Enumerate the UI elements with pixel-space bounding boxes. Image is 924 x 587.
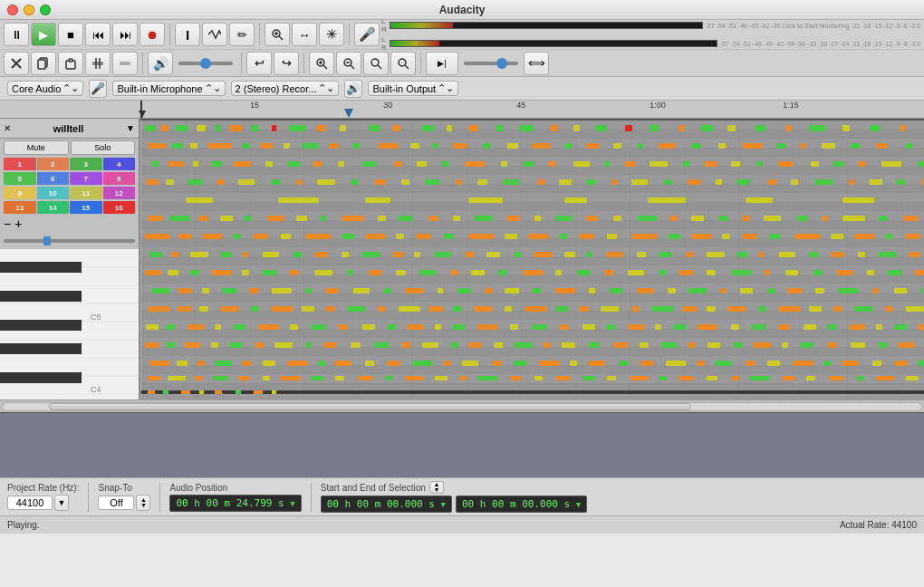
svg-rect-419 xyxy=(494,342,503,348)
project-rate-dropdown[interactable]: ▼ xyxy=(54,495,69,511)
maximize-button[interactable] xyxy=(40,5,51,15)
svg-rect-469 xyxy=(918,361,924,366)
svg-rect-114 xyxy=(876,143,887,149)
snap-to-value[interactable]: Off xyxy=(98,496,134,510)
piano-roll-area[interactable] xyxy=(140,119,924,399)
channel-16-btn[interactable]: 16 xyxy=(103,201,136,214)
timeshift-button[interactable]: ↔ xyxy=(292,23,317,46)
redo-button[interactable]: ↪ xyxy=(274,52,299,75)
skip-end-button[interactable]: ⏭ xyxy=(112,23,138,46)
svg-rect-63 xyxy=(340,125,346,131)
track-menu-arrow[interactable]: ▼ xyxy=(126,123,135,133)
track-close-button[interactable]: ✕ xyxy=(4,123,11,133)
zoom-out-tool[interactable] xyxy=(336,52,361,75)
actual-rate-display: Actual Rate: 44100 xyxy=(840,520,917,530)
paste-button[interactable] xyxy=(58,52,83,75)
channel-13-btn[interactable]: 13 xyxy=(4,201,36,214)
channel-15-btn[interactable]: 15 xyxy=(70,201,102,214)
svg-rect-459 xyxy=(666,361,686,366)
mute-button[interactable]: Mute xyxy=(4,140,69,155)
cut-button[interactable] xyxy=(4,52,29,75)
channel-12-btn[interactable]: 12 xyxy=(103,187,136,199)
svg-rect-321 xyxy=(485,288,492,294)
svg-rect-331 xyxy=(740,288,753,294)
stop-button[interactable]: ■ xyxy=(58,23,83,46)
zoom-sel-button[interactable] xyxy=(390,52,416,75)
svg-rect-350 xyxy=(428,306,443,312)
minimize-button[interactable] xyxy=(24,5,34,15)
multi-tool-button[interactable]: ✳ xyxy=(319,23,344,46)
audio-position-value[interactable]: 00 h 00 m 24.799 s ▼ xyxy=(169,495,301,512)
selection-start-display[interactable]: 00 h 00 m 00.000 s ▼ xyxy=(321,496,452,513)
svg-rect-328 xyxy=(668,288,676,294)
input-channels-select[interactable]: 2 (Stereo) Recor... ⌃⌄ xyxy=(231,81,340,96)
zoom-normal-button[interactable]: ▶| xyxy=(426,52,458,75)
channel-1-btn[interactable]: 1 xyxy=(4,158,36,170)
channel-5-btn[interactable]: 5 xyxy=(4,172,36,185)
channel-add-remove: − + xyxy=(0,215,139,233)
channel-4-btn[interactable]: 4 xyxy=(103,158,136,170)
scroll-thumb[interactable] xyxy=(49,403,692,410)
audio-host-select[interactable]: Core Audio ⌃⌄ xyxy=(7,81,83,96)
selection-dropdown[interactable]: ▲▼ xyxy=(429,481,444,494)
output-device-select[interactable]: Built-in Output ⌃⌄ xyxy=(368,81,458,96)
trim-button[interactable] xyxy=(85,52,111,75)
svg-rect-394 xyxy=(731,324,739,330)
pause-button[interactable]: ⏸ xyxy=(4,23,29,46)
svg-rect-273 xyxy=(831,252,844,257)
output-device-value: Built-in Output xyxy=(372,83,436,94)
snap-to-spinner[interactable]: ▲▼ xyxy=(136,495,150,511)
h-scrollbar[interactable] xyxy=(0,399,924,412)
svg-rect-10 xyxy=(92,62,103,65)
close-button[interactable] xyxy=(7,5,18,15)
channel-2-btn[interactable]: 2 xyxy=(37,158,70,170)
svg-rect-330 xyxy=(721,288,727,294)
channel-7-btn[interactable]: 7 xyxy=(70,172,102,185)
svg-rect-398 xyxy=(827,324,836,330)
silence-button[interactable] xyxy=(112,52,138,75)
solo-button[interactable]: Solo xyxy=(71,140,136,155)
channel-6-btn[interactable]: 6 xyxy=(37,172,70,185)
svg-line-1 xyxy=(279,36,283,40)
undo-button[interactable]: ↩ xyxy=(246,52,272,75)
channel-3-btn[interactable]: 3 xyxy=(70,158,102,170)
zoom-toggle-button[interactable]: ⟺ xyxy=(524,52,549,75)
svg-rect-73 xyxy=(595,125,607,131)
scroll-track[interactable] xyxy=(2,402,922,411)
draw-tool-button[interactable]: ✏ xyxy=(229,23,255,46)
channel-10-btn[interactable]: 10 xyxy=(37,187,70,199)
zoom-in-tool[interactable] xyxy=(309,52,334,75)
fit-project-button[interactable] xyxy=(363,52,389,75)
record-level-button[interactable]: 🎤 xyxy=(354,23,380,46)
zoom-in-button[interactable] xyxy=(265,23,290,46)
svg-rect-79 xyxy=(755,125,765,131)
volume-slider[interactable] xyxy=(4,239,135,243)
play-button[interactable]: ▶ xyxy=(31,23,56,46)
copy-button[interactable] xyxy=(31,52,56,75)
svg-rect-492 xyxy=(679,376,694,380)
channel-14-btn[interactable]: 14 xyxy=(37,201,70,214)
add-channel-button[interactable]: + xyxy=(14,217,22,231)
svg-rect-69 xyxy=(496,125,503,131)
input-device-select[interactable]: Built-in Microphone ⌃⌄ xyxy=(112,81,225,96)
speaker-button[interactable]: 🔊 xyxy=(148,52,173,75)
channel-11-btn[interactable]: 11 xyxy=(70,187,102,199)
svg-rect-383 xyxy=(453,324,466,330)
svg-rect-64 xyxy=(369,125,380,131)
project-rate-value[interactable]: 44100 xyxy=(7,496,53,510)
zoom-slider[interactable] xyxy=(464,62,518,65)
channel-8-btn[interactable]: 8 xyxy=(103,172,136,185)
skip-start-button[interactable]: ⏮ xyxy=(85,23,111,46)
svg-rect-471 xyxy=(168,376,186,380)
window-controls[interactable] xyxy=(7,5,51,15)
remove-channel-button[interactable]: − xyxy=(4,217,11,231)
channel-9-btn[interactable]: 9 xyxy=(4,187,36,199)
svg-rect-67 xyxy=(447,125,452,131)
selection-end-display[interactable]: 00 h 00 m 00.000 s ▼ xyxy=(456,496,587,513)
select-tool-button[interactable]: I xyxy=(175,23,200,46)
zoom-sel-icon xyxy=(397,57,409,70)
record-button[interactable]: ⏺ xyxy=(140,23,165,46)
envelope-tool-button[interactable] xyxy=(202,23,227,46)
output-volume-slider[interactable] xyxy=(178,62,233,65)
envelope-icon xyxy=(208,28,221,41)
